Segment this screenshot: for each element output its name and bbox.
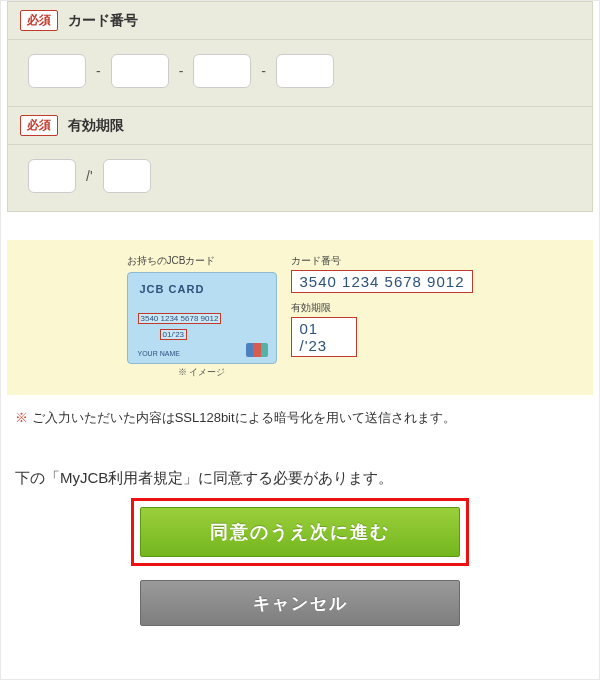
- card-seg-2[interactable]: [111, 54, 169, 88]
- expiry-header: 必須 有効期限: [8, 106, 592, 145]
- card-seg-4[interactable]: [276, 54, 334, 88]
- card-sep: -: [96, 63, 101, 79]
- card-guide: お持ちのJCBカード JCB CARD 3540 1234 5678 9012 …: [7, 240, 593, 395]
- card-holder-name: YOUR NAME: [138, 350, 180, 357]
- guide-expiry-value: 01 /'23: [291, 317, 357, 357]
- expiry-body: /': [8, 145, 592, 211]
- guide-expiry-label: 有効期限: [291, 301, 474, 315]
- guide-caption: ※ イメージ: [178, 366, 226, 379]
- button-area: 同意のうえ次に進む キャンセル: [1, 498, 599, 626]
- required-badge: 必須: [20, 115, 58, 136]
- expiry-sep: /': [86, 168, 93, 184]
- card-number-label: カード番号: [68, 12, 138, 30]
- expiry-label: 有効期限: [68, 117, 124, 135]
- card-number-header: 必須 カード番号: [8, 2, 592, 40]
- card-sep: -: [179, 63, 184, 79]
- jcb-logo-icon: [246, 343, 268, 357]
- required-badge: 必須: [20, 10, 58, 31]
- ssl-note-text: ご入力いただいた内容はSSL128bitによる暗号化を用いて送信されます。: [32, 410, 456, 425]
- card-number-on-card: 3540 1234 5678 9012: [138, 313, 222, 324]
- card-seg-1[interactable]: [28, 54, 86, 88]
- guide-number-label: カード番号: [291, 254, 474, 268]
- card-expiry-on-card: 01/'23: [160, 329, 188, 340]
- card-visual: JCB CARD 3540 1234 5678 9012 01/'23 YOUR…: [127, 272, 277, 364]
- expiry-month[interactable]: [28, 159, 76, 193]
- cancel-button[interactable]: キャンセル: [140, 580, 460, 626]
- card-sep: -: [261, 63, 266, 79]
- guide-number-value: 3540 1234 5678 9012: [291, 270, 474, 293]
- guide-own-card-label: お持ちのJCBカード: [127, 254, 216, 268]
- agree-highlight-frame: 同意のうえ次に進む: [131, 498, 469, 566]
- expiry-year[interactable]: [103, 159, 151, 193]
- agree-button[interactable]: 同意のうえ次に進む: [140, 507, 460, 557]
- card-form: 必須 カード番号 - - - 必須 有効期限 /': [7, 1, 593, 212]
- card-number-body: - - -: [8, 40, 592, 106]
- note-mark: ※: [15, 410, 28, 425]
- ssl-note: ※ ご入力いただいた内容はSSL128bitによる暗号化を用いて送信されます。: [15, 409, 585, 427]
- card-seg-3[interactable]: [193, 54, 251, 88]
- consent-text: 下の「MyJCB利用者規定」に同意する必要があります。: [15, 469, 585, 488]
- card-brand-text: JCB CARD: [140, 283, 205, 295]
